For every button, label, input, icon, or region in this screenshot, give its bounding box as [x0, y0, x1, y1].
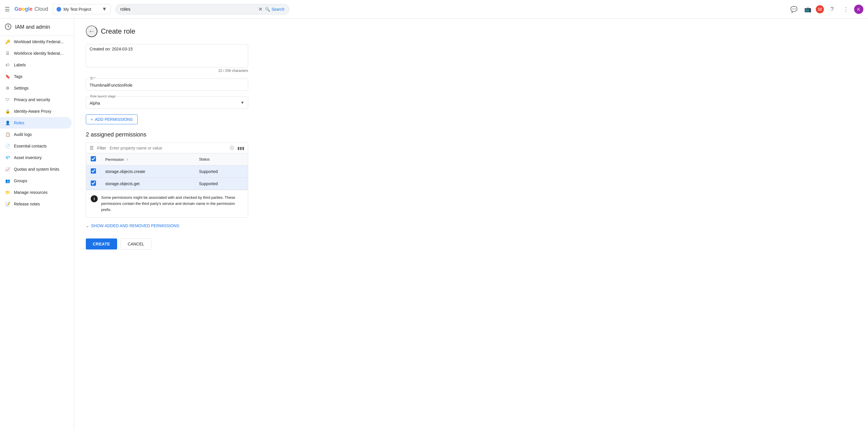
- sidebar-label-release-notes: Release notes: [14, 202, 40, 206]
- project-name: My Test Project: [63, 7, 99, 11]
- sidebar-label-audit-logs: Audit logs: [14, 132, 32, 137]
- table-row: storage.objects.create Supported: [86, 165, 248, 177]
- sidebar-item-privacy-security[interactable]: 🛡 Privacy and security: [0, 94, 72, 105]
- sidebar-label-workload-identity: Workload Identity Federat...: [14, 39, 64, 44]
- cancel-button[interactable]: CANCEL: [121, 238, 152, 250]
- filter-input[interactable]: [110, 146, 226, 151]
- page-header: ← Create role: [86, 26, 857, 37]
- sidebar-item-tags[interactable]: 🔖 Tags: [0, 71, 72, 82]
- comment-icon[interactable]: 💬: [788, 3, 800, 15]
- permission-column-label: Permission: [105, 157, 124, 162]
- columns-icon[interactable]: ▮▮▮: [238, 146, 244, 151]
- quotas-icon: 📈: [5, 166, 10, 172]
- search-icon: 🔍: [265, 7, 270, 11]
- sidebar-item-audit-logs[interactable]: 📋 Audit logs: [0, 129, 72, 140]
- id-input-wrapper: ID *: [86, 78, 248, 91]
- groups-icon: 👥: [5, 178, 10, 184]
- roles-icon: 👤: [5, 120, 10, 126]
- search-button[interactable]: 🔍 Search: [265, 7, 284, 11]
- row-checkbox-2[interactable]: [91, 180, 96, 186]
- sort-icon[interactable]: ↑: [126, 157, 128, 162]
- hamburger-icon[interactable]: ☰: [5, 6, 10, 13]
- bottom-actions: CREATE CANCEL: [86, 238, 248, 261]
- sidebar-label-workforce-identity: Workforce identity federat...: [14, 51, 63, 56]
- id-field: ID *: [86, 78, 248, 91]
- th-permission: Permission ↑: [101, 153, 194, 165]
- sidebar-item-asset-inventory[interactable]: 💎 Asset inventory: [0, 152, 72, 163]
- help-circle-icon[interactable]: ⓘ: [230, 145, 234, 151]
- show-added-removed-button[interactable]: ⌄ SHOW ADDED AND REMOVED PERMISSIONS: [86, 220, 179, 232]
- key-icon: 🔑: [5, 39, 10, 45]
- sidebar-item-manage-resources[interactable]: 📁 Manage resources: [0, 187, 72, 198]
- privacy-shield-icon: 🛡: [5, 97, 10, 103]
- sidebar-label-tags: Tags: [14, 74, 23, 79]
- role-launch-stage-select[interactable]: Alpha Beta GA Disabled: [86, 97, 248, 108]
- more-options-icon[interactable]: ⋮: [840, 3, 852, 15]
- notes-icon: 📝: [5, 201, 10, 207]
- permission-value-1: storage.objects.create: [105, 169, 145, 174]
- sidebar-item-workload-identity[interactable]: 🔑 Workload Identity Federat...: [0, 36, 72, 47]
- td-permission-2: storage.objects.get: [101, 177, 194, 190]
- sidebar-item-labels[interactable]: 🏷 Labels: [0, 59, 72, 71]
- role-launch-stage-label: Role launch stage: [89, 95, 117, 98]
- th-select-all: [86, 153, 101, 165]
- chevron-down-icon: ⌄: [86, 223, 89, 228]
- sidebar-item-quotas-limits[interactable]: 📈 Quotas and system limits: [0, 163, 72, 175]
- monitor-icon[interactable]: 📺: [802, 3, 813, 15]
- sidebar-label-identity-aware-proxy: Identity-Aware Proxy: [14, 109, 51, 113]
- info-text: Some permissions might be associated wit…: [101, 195, 243, 213]
- topbar-right: 💬 📺 12 ? ⋮ K: [788, 3, 863, 15]
- sidebar-label-settings: Settings: [14, 86, 29, 90]
- audit-icon: 📋: [5, 132, 10, 137]
- id-input[interactable]: [86, 79, 248, 90]
- sidebar-label-asset-inventory: Asset inventory: [14, 155, 42, 160]
- status-value-2: Supported: [199, 181, 218, 186]
- main-layout: IAM and admin 🔑 Workload Identity Federa…: [0, 19, 868, 430]
- info-box: i Some permissions might be associated w…: [86, 190, 248, 218]
- sidebar-item-settings[interactable]: ⚙ Settings: [0, 82, 72, 94]
- asset-icon: 💎: [5, 155, 10, 161]
- notification-badge[interactable]: 12: [816, 5, 824, 13]
- sidebar-label-quotas-limits: Quotas and system limits: [14, 167, 59, 171]
- info-icon: i: [91, 195, 98, 202]
- contacts-icon: 📄: [5, 143, 10, 149]
- description-textarea[interactable]: Created on: 2024-03-15: [90, 47, 244, 64]
- table-header: Permission ↑ Status: [86, 153, 248, 165]
- table-toolbar: ☰ Filter ⓘ ▮▮▮: [86, 142, 248, 153]
- sidebar-item-groups[interactable]: 👥 Groups: [0, 175, 72, 187]
- sidebar-label-roles: Roles: [14, 121, 24, 125]
- permissions-section: 2 assigned permissions ☰ Filter ⓘ ▮▮▮: [86, 131, 248, 261]
- sidebar: IAM and admin 🔑 Workload Identity Federa…: [0, 19, 74, 430]
- list-icon: ☰: [5, 51, 10, 56]
- status-column-label: Status: [199, 157, 210, 161]
- sidebar-item-release-notes[interactable]: 📝 Release notes: [0, 198, 72, 210]
- topbar: ☰ Google Cloud My Test Project ▼ ✕ 🔍 Sea…: [0, 0, 868, 19]
- project-selector[interactable]: My Test Project ▼: [53, 4, 111, 14]
- label-icon: 🏷: [5, 62, 10, 68]
- bookmark-icon: 🔖: [5, 74, 10, 79]
- sidebar-label-groups: Groups: [14, 178, 27, 183]
- help-icon[interactable]: ?: [826, 3, 838, 15]
- permissions-table: Permission ↑ Status stora: [86, 153, 248, 190]
- avatar[interactable]: K: [854, 5, 863, 14]
- id-label: ID *: [89, 76, 97, 80]
- back-button[interactable]: ←: [86, 26, 97, 37]
- sidebar-item-workforce-identity[interactable]: ☰ Workforce identity federat...: [0, 47, 72, 59]
- folder-icon: 📁: [5, 190, 10, 195]
- search-clear-icon[interactable]: ✕: [258, 6, 263, 12]
- add-permissions-button[interactable]: + ADD PERMISSIONS: [86, 114, 138, 124]
- search-input[interactable]: [120, 7, 256, 12]
- role-launch-stage-field: Role launch stage Alpha Beta GA Disabled…: [86, 97, 248, 109]
- sidebar-item-identity-aware-proxy[interactable]: 🔒 Identity-Aware Proxy: [0, 105, 72, 117]
- permission-value-2: storage.objects.get: [105, 181, 140, 186]
- project-arrow-icon: ▼: [102, 6, 107, 12]
- page-title: Create role: [101, 27, 135, 35]
- create-button[interactable]: CREATE: [86, 238, 117, 250]
- th-status: Status: [194, 153, 248, 165]
- row-checkbox-1[interactable]: [91, 168, 96, 173]
- sidebar-item-essential-contacts[interactable]: 📄 Essential contacts: [0, 140, 72, 152]
- sidebar-item-roles[interactable]: 👤 Roles: [0, 117, 72, 129]
- td-checkbox-2: [86, 177, 101, 190]
- select-all-checkbox[interactable]: [91, 156, 96, 161]
- table-row: storage.objects.get Supported: [86, 177, 248, 190]
